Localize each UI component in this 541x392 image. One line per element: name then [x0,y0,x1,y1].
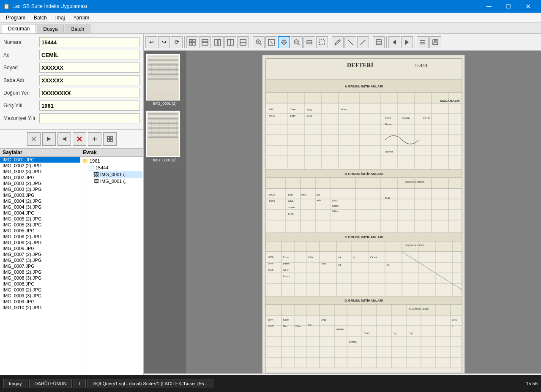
page-item[interactable]: IMG_0003 (2).JPG [0,180,80,186]
thumb-img-2 [146,111,180,157]
tab-dokuman[interactable]: Doküman [2,24,36,33]
page-item[interactable]: IMG_0003 (3).JPG [0,186,80,192]
thumbnail-2[interactable]: IMG_0001 (3) [146,111,183,162]
svg-text:D GRUBU İMTİHANLARI: D GRUBU İMTİHANLARI [344,299,383,302]
input-numara[interactable] [39,37,140,47]
thumb-label-1: IMG_0001 (2) [146,101,183,106]
split3-button[interactable] [237,36,249,48]
thumbnail-1[interactable]: IMG_0001 (2) [146,54,183,106]
btn-add[interactable] [88,132,101,146]
tab-dosya[interactable]: Dosya [37,24,64,33]
menu-button[interactable] [417,36,429,48]
page-item[interactable]: IMG_0005.JPG [0,228,80,234]
page-item[interactable]: IMG_0006 (3).JPG [0,240,80,245]
btn-cancel[interactable] [27,132,41,146]
input-mezuniyet-yili[interactable] [39,113,140,123]
menu-program[interactable]: Program [2,14,30,22]
page-item[interactable]: IMG_0005 (3).JPG [0,222,80,228]
svg-text:1974: 1974 [268,262,274,265]
input-soyad[interactable] [39,63,140,73]
crosshair-button[interactable] [278,36,290,48]
pen-button[interactable] [332,36,344,48]
minimize-button[interactable]: ─ [479,0,499,13]
svg-text:Mira: Mira [332,210,339,213]
save-button[interactable] [429,36,441,48]
maximize-button[interactable]: □ [499,0,518,13]
taskbar-item-sql[interactable]: SQLQuery1.sql - (local).SuiteV1 (LACITEK… [87,379,214,388]
page-item[interactable]: IMG_0001.JPG [0,157,80,163]
page-item[interactable]: IMG_0004 (3).JPG [0,204,80,210]
rotate-right-button[interactable]: ↪ [158,36,170,48]
main-image-container[interactable]: DEFTERİ 15444 A GRUBU İMTİHANLARI [186,51,541,373]
btn-grid[interactable] [103,132,117,146]
zoom-fit-button[interactable] [253,36,265,48]
file-icon-1: 🖼 [94,172,99,177]
page-item[interactable]: IMG_0006.JPG [0,245,80,251]
eraser-button[interactable] [303,36,315,48]
input-ad[interactable] [39,50,140,60]
taskbar-item-turgay[interactable]: turgay [3,379,27,388]
prev-image-button[interactable] [388,36,400,48]
tab-batch[interactable]: Batch [65,24,90,33]
pages-list[interactable]: IMG_0001.JPGIMG_0002 (2).JPGIMG_0002 (3)… [0,157,80,378]
page-item[interactable]: IMG_0008.JPG [0,281,80,287]
menu-imaj[interactable]: İmaj [51,14,69,22]
rotate-left-button[interactable]: ↩ [145,36,157,48]
svg-text:Eku: Eku [288,193,293,196]
page-item[interactable]: IMG_0003.JPG [0,192,80,198]
form-row-dogum-yeri: Doğum Yeri [3,88,140,98]
close-button[interactable]: ✕ [518,0,538,13]
svg-rect-57 [151,120,177,137]
split2-button[interactable] [224,36,236,48]
taskbar-item-f[interactable]: f [74,379,86,388]
page-item[interactable]: IMG_0008 (2).JPG [0,269,80,275]
page-item[interactable]: IMG_0004 (2).JPG [0,198,80,204]
next-image-button[interactable] [401,36,413,48]
form-row-ad: Ad [3,50,140,60]
page-item[interactable]: IMG_0004.JPG [0,210,80,216]
page-item[interactable]: IMG_0010 (2).JPG [0,305,80,310]
rotate-180-button[interactable]: ⟳ [171,36,183,48]
btn-back[interactable] [57,132,71,146]
page-item[interactable]: IMG_0002 (2).JPG [0,163,80,169]
page-item[interactable]: IMG_0007 (2).JPG [0,251,80,257]
input-dogum-yeri[interactable] [39,88,140,98]
page-item[interactable]: IMG_0006 (2).JPG [0,234,80,240]
input-giris-yili[interactable] [39,101,140,111]
separator-5 [386,36,387,48]
tree-item-file1[interactable]: 🖼 IMG_0001 (. [93,171,142,178]
grid1-button[interactable] [186,36,198,48]
input-baba-adi[interactable] [39,75,140,85]
page-item[interactable]: IMG_0005 (2).JPG [0,216,80,222]
page-item[interactable]: IMG_0007 (3).JPG [0,257,80,263]
tree-item-batch[interactable]: 📄 15444 [87,164,142,171]
svg-text:iyi: iyi [387,263,390,267]
line1-button[interactable] [344,36,356,48]
export-button[interactable] [373,36,385,48]
page-item[interactable]: IMG_0002 (3).JPG [0,169,80,174]
page-item[interactable]: IMG_0009 (3).JPG [0,293,80,299]
tree-item-year[interactable]: 📁 1961 [81,158,142,164]
page-item[interactable]: IMG_0002.JPG [0,174,80,180]
grid2-button[interactable] [199,36,211,48]
page-item[interactable]: IMG_0008 (3).JPG [0,275,80,281]
svg-text:Elim: Elim [283,256,289,259]
menu-yardim[interactable]: Yardım [69,14,93,22]
split1-button[interactable] [212,36,224,48]
fit-button[interactable] [265,36,277,48]
menu-batch[interactable]: Batch [30,14,51,22]
btn-forward[interactable] [42,132,56,146]
line2-button[interactable] [357,36,369,48]
page-item[interactable]: IMG_0009.JPG [0,299,80,305]
svg-text:iyi: iyi [394,332,397,335]
taskbar-item-darulfunun[interactable]: DARÜLFÜNUN [29,379,72,388]
zoom-in-button[interactable] [291,36,303,48]
select-button[interactable] [316,36,328,48]
svg-text:Hzz: Hzz [283,324,287,328]
tree-item-file2[interactable]: 🖼 IMG_0001 (. [93,178,142,185]
svg-text:iyi: iyi [353,256,356,259]
page-item[interactable]: IMG_0009 (2).JPG [0,287,80,293]
btn-delete[interactable] [73,132,86,146]
page-item[interactable]: IMG_0007.JPG [0,263,80,269]
evrak-tree: 📁 1961 📄 15444 🖼 IMG_0001 (. [80,157,143,383]
